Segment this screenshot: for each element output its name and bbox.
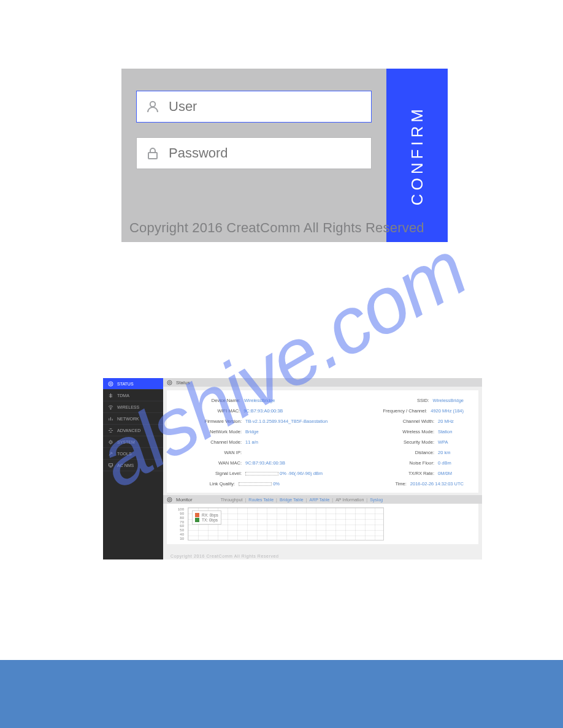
chart-y-ticks: 10090807060504030 xyxy=(178,507,185,540)
sidebar-item-label: NETWORK xyxy=(117,417,139,421)
sidebar-item-status[interactable]: STATUS xyxy=(103,378,163,390)
y-tick: 30 xyxy=(180,537,184,540)
status-row: NetWork Mode:BridgeWireless Mode:Station xyxy=(182,427,464,437)
y-tick: 100 xyxy=(178,507,184,511)
progress-bar xyxy=(239,482,272,486)
password-input[interactable] xyxy=(169,145,362,161)
status-row: WAN IP:Distance:20 km xyxy=(182,447,464,458)
sidebar: STATUS TDMA WIRELESS NETWORK ADVANCED SY… xyxy=(103,378,163,559)
tdma-icon xyxy=(108,393,113,398)
svg-rect-1 xyxy=(148,153,157,159)
sidebar-item-label: TOOLS xyxy=(117,452,132,456)
network-icon xyxy=(108,416,113,422)
svg-point-3 xyxy=(110,383,112,385)
svg-point-9 xyxy=(167,497,172,501)
dashboard-panel: STATUS TDMA WIRELESS NETWORK ADVANCED SY… xyxy=(103,378,482,559)
monitor-title: Monitor xyxy=(176,497,193,502)
monitor-tab[interactable]: Throughput xyxy=(221,498,243,502)
monitor-head-icon xyxy=(167,497,172,502)
sidebar-item-acnms[interactable]: AC NMS xyxy=(103,460,163,471)
svg-point-2 xyxy=(109,381,113,385)
sidebar-item-system[interactable]: SYSTEM xyxy=(103,436,163,448)
sidebar-item-label: WIRELESS xyxy=(117,405,139,409)
progress-bar xyxy=(245,472,278,476)
svg-point-8 xyxy=(169,382,170,384)
user-field-wrap[interactable] xyxy=(136,91,372,123)
svg-point-10 xyxy=(169,499,170,501)
page-footer-bar xyxy=(0,660,563,728)
user-input[interactable] xyxy=(169,99,362,115)
monitor-tab[interactable]: Syslog xyxy=(370,498,383,502)
y-tick: 80 xyxy=(180,516,184,520)
sidebar-item-label: AC NMS xyxy=(117,463,134,468)
monitor-tab[interactable]: ARP Table xyxy=(310,498,330,502)
sidebar-item-tools[interactable]: TOOLS xyxy=(103,448,163,460)
sidebar-item-label: SYSTEM xyxy=(117,440,135,444)
y-tick: 50 xyxy=(180,528,184,532)
status-row: WIFI MAC:9C:B7:93:A0:00:3BFrequency / Ch… xyxy=(182,406,464,416)
status-row: Device Name:WirelessBridgeSSID:WirelessB… xyxy=(182,395,464,406)
tools-icon xyxy=(108,451,113,457)
sidebar-item-label: STATUS xyxy=(117,382,134,386)
svg-rect-6 xyxy=(109,463,112,466)
monitor-tab[interactable]: AP Information xyxy=(335,498,364,502)
confirm-label: CONFIRM xyxy=(408,105,427,205)
y-tick: 70 xyxy=(180,520,184,524)
sidebar-item-network[interactable]: NETWORK xyxy=(103,413,163,425)
status-row: Link Quality: 0%Time:2016-02-26 14:32:03… xyxy=(182,479,464,489)
gear-icon xyxy=(108,439,113,445)
status-row: WAN MAC:9C:B7:93:AE:00:3BNoise Floor:0 d… xyxy=(182,458,464,468)
status-row: Firmware Version:TB-v2.1.0.2589.9344_TB5… xyxy=(182,416,464,427)
legend-swatch-tx xyxy=(195,518,199,522)
lock-icon xyxy=(145,146,160,161)
y-tick: 40 xyxy=(180,533,184,536)
status-title: Status xyxy=(176,380,190,385)
throughput-chart: RX: 0bps TX: 0bps xyxy=(188,507,384,540)
wireless-icon xyxy=(108,404,113,410)
status-head-icon xyxy=(167,380,172,385)
chart-panel: 10090807060504030 RX: 0bps TX: 0bps xyxy=(167,504,478,544)
status-panel-header: Status xyxy=(163,378,482,387)
status-row: Channel Mode:11 a/nSecurity Mode:WPA xyxy=(182,437,464,447)
sidebar-item-label: ADVANCED xyxy=(117,428,140,433)
confirm-button[interactable]: CONFIRM xyxy=(386,69,448,242)
monitor-panel-header: Monitor Throughput | Routes Table | Brid… xyxy=(163,495,482,504)
svg-point-4 xyxy=(110,408,111,409)
monitor-tab[interactable]: Bridge Table xyxy=(280,498,304,502)
sidebar-item-tdma[interactable]: TDMA xyxy=(103,390,163,401)
svg-point-0 xyxy=(150,102,155,107)
y-tick: 90 xyxy=(180,512,184,515)
monitor-tabs: Throughput | Routes Table | Bridge Table… xyxy=(221,498,383,502)
nms-icon xyxy=(108,463,113,468)
dashboard-copyright: Copyright 2016 CreatComm All Rights Rese… xyxy=(170,554,279,558)
sidebar-item-label: TDMA xyxy=(117,393,129,398)
svg-point-5 xyxy=(110,441,112,443)
y-tick: 60 xyxy=(180,524,184,528)
status-row: Signal Level: 0% -96(-96/-96) dBmTX/RX R… xyxy=(182,468,464,479)
advanced-icon xyxy=(108,428,113,433)
login-panel: Copyright 2016 CreatComm All Rights Rese… xyxy=(121,69,448,242)
user-icon xyxy=(145,99,160,114)
legend-tx-label: TX: 0bps xyxy=(202,518,218,522)
chart-legend: RX: 0bps TX: 0bps xyxy=(192,510,221,525)
password-field-wrap[interactable] xyxy=(136,137,372,169)
login-copyright: Copyright 2016 CreatComm All Rights Rese… xyxy=(129,220,424,236)
monitor-tab[interactable]: Routes Table xyxy=(248,498,274,502)
status-body: Device Name:WirelessBridgeSSID:WirelessB… xyxy=(167,390,478,493)
sidebar-item-wireless[interactable]: WIRELESS xyxy=(103,401,163,413)
sidebar-item-advanced[interactable]: ADVANCED xyxy=(103,425,163,436)
legend-swatch-rx xyxy=(195,513,199,517)
svg-point-7 xyxy=(167,380,172,384)
status-icon xyxy=(108,381,113,387)
legend-rx-label: RX: 0bps xyxy=(202,513,218,517)
